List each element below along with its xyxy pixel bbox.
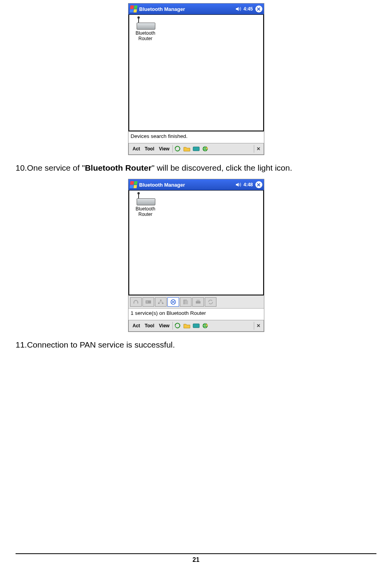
clock-time: 4:45 [243, 6, 253, 12]
service-icon-dialup[interactable] [142, 297, 154, 307]
service-icon-headset[interactable] [130, 297, 142, 307]
divider [172, 145, 173, 153]
globe-icon[interactable] [202, 322, 209, 329]
speaker-icon[interactable] [236, 6, 241, 12]
close-button[interactable]: ✕ [255, 5, 262, 12]
menu-tool[interactable]: Tool [142, 146, 156, 152]
step-11-text: 11.Connection to PAN service is successf… [16, 339, 376, 350]
menu-bar: Act Tool View ✕ [128, 143, 264, 155]
svg-rect-5 [158, 303, 160, 304]
device-list: Bluetooth Router [128, 14, 264, 131]
svg-rect-3 [146, 301, 148, 303]
step-10-text: 10.One service of "Bluetooth Router" wil… [16, 162, 376, 173]
close-x-button[interactable]: ✕ [255, 146, 262, 152]
svg-rect-6 [162, 303, 163, 304]
windows-logo-icon [129, 181, 137, 188]
screenshot-1: Bluetooth Manager 4:45 ✕ Bluetooth Route… [128, 3, 264, 155]
menu-tool[interactable]: Tool [142, 323, 156, 328]
service-icon-lan[interactable] [155, 297, 167, 307]
menu-view[interactable]: View [156, 323, 172, 328]
card-icon[interactable] [192, 145, 200, 152]
divider [172, 322, 173, 330]
refresh-icon[interactable] [174, 322, 181, 329]
router-icon [136, 18, 155, 30]
globe-icon[interactable] [202, 145, 209, 152]
card-icon[interactable] [192, 322, 200, 329]
page-number: 21 [16, 553, 376, 563]
title-bar: Bluetooth Manager 4:45 ✕ [128, 4, 264, 14]
speaker-icon[interactable] [236, 182, 241, 187]
svg-rect-10 [196, 301, 200, 304]
title-bar: Bluetooth Manager 4:48 ✕ [128, 179, 264, 190]
service-icon-file[interactable] [180, 297, 192, 307]
divider [254, 322, 254, 330]
device-item-bluetooth-router[interactable]: Bluetooth Router [132, 17, 160, 41]
svg-rect-11 [197, 300, 200, 301]
screenshot-2: Bluetooth Manager 4:48 ✕ Bluetooth Route… [128, 179, 264, 332]
device-label: Router [132, 36, 160, 41]
window-title: Bluetooth Manager [139, 6, 234, 12]
folder-icon[interactable] [183, 145, 191, 152]
svg-rect-12 [193, 324, 199, 328]
device-list: Bluetooth Router [128, 190, 264, 295]
svg-rect-9 [185, 300, 188, 304]
menu-bar: Act Tool View ✕ [128, 320, 264, 332]
device-label: Router [132, 212, 160, 217]
folder-icon[interactable] [183, 322, 191, 329]
windows-logo-icon [129, 5, 137, 12]
refresh-icon[interactable] [174, 145, 181, 152]
device-label: Bluetooth [132, 206, 160, 212]
menu-act[interactable]: Act [130, 146, 142, 152]
svg-rect-0 [193, 147, 199, 151]
menu-view[interactable]: View [156, 146, 172, 152]
router-icon [136, 194, 155, 205]
svg-rect-4 [160, 300, 162, 301]
divider [254, 145, 254, 153]
service-icon-bar [128, 295, 264, 308]
status-text: 1 service(s) on Bluetooth Router [128, 308, 264, 318]
device-item-bluetooth-router[interactable]: Bluetooth Router [132, 193, 160, 217]
device-label: Bluetooth [132, 30, 160, 36]
clock-time: 4:48 [243, 182, 253, 187]
service-icon-sync[interactable] [205, 297, 216, 307]
close-button[interactable]: ✕ [255, 181, 262, 188]
close-x-button[interactable]: ✕ [255, 323, 262, 328]
window-title: Bluetooth Manager [139, 182, 234, 188]
service-icon-pan[interactable] [167, 297, 179, 307]
status-text: Devices search finished. [128, 131, 264, 141]
service-icon-print[interactable] [192, 297, 204, 307]
menu-act[interactable]: Act [130, 323, 142, 328]
